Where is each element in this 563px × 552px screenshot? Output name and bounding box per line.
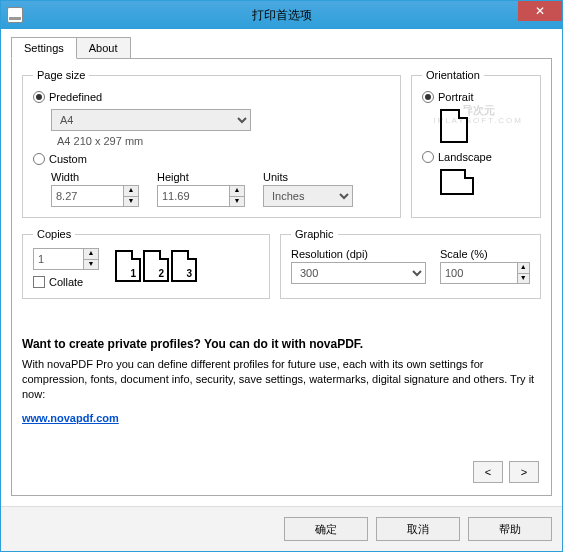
checkbox-label: Collate bbox=[49, 276, 83, 288]
tabstrip: Settings About bbox=[11, 37, 552, 59]
promo-title: Want to create private profiles? You can… bbox=[22, 337, 541, 351]
portrait-icon bbox=[440, 109, 468, 143]
spin-up-icon[interactable]: ▲ bbox=[517, 262, 530, 273]
predefined-select[interactable]: A4 bbox=[51, 109, 251, 131]
radio-label: Landscape bbox=[438, 151, 492, 163]
radio-custom[interactable]: Custom bbox=[33, 153, 390, 165]
group-graphic: Graphic Resolution (dpi) 300 Scale (%) bbox=[280, 228, 541, 299]
page-size-legend: Page size bbox=[33, 69, 89, 81]
copies-legend: Copies bbox=[33, 228, 75, 240]
width-input[interactable]: ▲▼ bbox=[51, 185, 139, 207]
tab-panel-settings: 异次元IPLAYSOFT.COM Page size Predefined A4… bbox=[11, 58, 552, 496]
height-input[interactable]: ▲▼ bbox=[157, 185, 245, 207]
resolution-label: Resolution (dpi) bbox=[291, 248, 426, 260]
spin-down-icon[interactable]: ▼ bbox=[83, 259, 99, 271]
radio-label: Portrait bbox=[438, 91, 473, 103]
titlebar: 打印首选项 ✕ bbox=[1, 1, 562, 29]
spin-up-icon[interactable]: ▲ bbox=[123, 185, 139, 196]
help-button[interactable]: 帮助 bbox=[468, 517, 552, 541]
scale-label: Scale (%) bbox=[440, 248, 530, 260]
units-label: Units bbox=[263, 171, 353, 183]
checkbox-icon bbox=[33, 276, 45, 288]
spin-up-icon[interactable]: ▲ bbox=[229, 185, 245, 196]
group-orientation: Orientation Portrait Landscape bbox=[411, 69, 541, 218]
spin-up-icon[interactable]: ▲ bbox=[83, 248, 99, 259]
width-label: Width bbox=[51, 171, 139, 183]
radio-label: Predefined bbox=[49, 91, 102, 103]
promo-link[interactable]: www.novapdf.com bbox=[22, 412, 119, 424]
page-dims: A4 210 x 297 mm bbox=[57, 135, 390, 147]
height-label: Height bbox=[157, 171, 245, 183]
radio-portrait[interactable]: Portrait bbox=[422, 91, 530, 103]
landscape-icon bbox=[440, 169, 474, 195]
promo-text: With novaPDF Pro you can define differen… bbox=[22, 357, 541, 402]
group-copies: Copies ▲▼ Collate bbox=[22, 228, 270, 299]
radio-predefined[interactable]: Predefined bbox=[33, 91, 390, 103]
orientation-legend: Orientation bbox=[422, 69, 484, 81]
window: 打印首选项 ✕ Settings About 异次元IPLAYSOFT.COM … bbox=[0, 0, 563, 552]
units-select[interactable]: Inches bbox=[263, 185, 353, 207]
copies-input[interactable]: ▲▼ bbox=[33, 248, 99, 270]
graphic-legend: Graphic bbox=[291, 228, 338, 240]
radio-landscape[interactable]: Landscape bbox=[422, 151, 530, 163]
radio-icon bbox=[33, 153, 45, 165]
radio-icon bbox=[33, 91, 45, 103]
spin-down-icon[interactable]: ▼ bbox=[517, 273, 530, 285]
window-body: Settings About 异次元IPLAYSOFT.COM Page siz… bbox=[1, 29, 562, 506]
nav-prev-button[interactable]: < bbox=[473, 461, 503, 483]
nav-next-button[interactable]: > bbox=[509, 461, 539, 483]
radio-icon bbox=[422, 151, 434, 163]
ok-button[interactable]: 确定 bbox=[284, 517, 368, 541]
spin-down-icon[interactable]: ▼ bbox=[229, 196, 245, 208]
scale-input[interactable]: ▲▼ bbox=[440, 262, 530, 284]
resolution-select[interactable]: 300 bbox=[291, 262, 426, 284]
collate-checkbox[interactable]: Collate bbox=[33, 276, 99, 288]
collate-preview-icon: 1 2 3 bbox=[115, 248, 197, 282]
radio-label: Custom bbox=[49, 153, 87, 165]
spin-down-icon[interactable]: ▼ bbox=[123, 196, 139, 208]
tab-settings[interactable]: Settings bbox=[11, 37, 77, 59]
radio-icon bbox=[422, 91, 434, 103]
group-page-size: Page size Predefined A4 A4 210 x 297 mm … bbox=[22, 69, 401, 218]
window-title: 打印首选项 bbox=[1, 7, 562, 24]
footer: 确定 取消 帮助 bbox=[1, 506, 562, 551]
promo: Want to create private profiles? You can… bbox=[22, 337, 541, 424]
tab-about[interactable]: About bbox=[76, 37, 131, 59]
cancel-button[interactable]: 取消 bbox=[376, 517, 460, 541]
